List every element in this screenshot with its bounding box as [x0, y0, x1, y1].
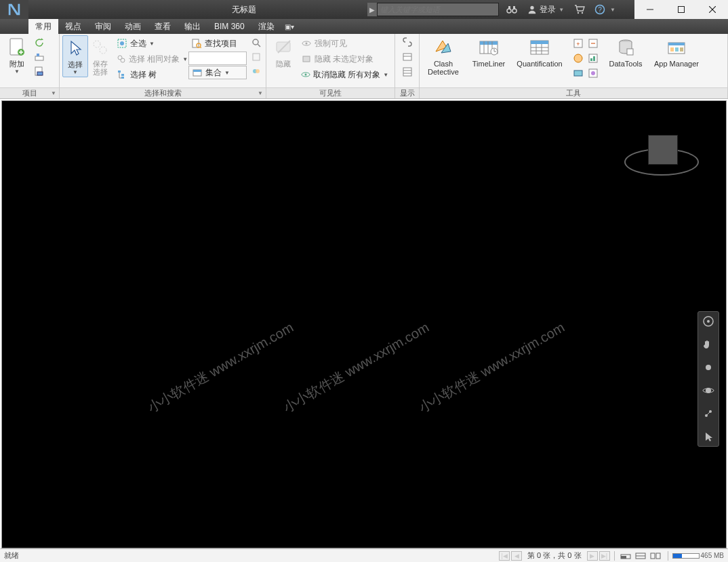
refresh-button[interactable] — [33, 36, 46, 49]
eye-icon — [301, 38, 312, 49]
svg-rect-66 — [531, 41, 548, 44]
status-icon-2[interactable] — [634, 551, 649, 561]
walk-icon[interactable] — [702, 430, 715, 443]
zoom-icon[interactable] — [702, 361, 715, 374]
svg-point-7 — [582, 12, 583, 14]
appmanager-button[interactable]: App Manager — [650, 35, 703, 69]
quick-find-button[interactable] — [249, 36, 263, 49]
help-dropdown-icon[interactable]: ▼ — [610, 7, 615, 13]
file-options-button[interactable] — [33, 64, 46, 78]
close-button[interactable] — [697, 0, 728, 19]
hide-button[interactable]: 隐藏 — [269, 35, 297, 69]
find-items-button[interactable]: 查找项目 — [188, 36, 247, 51]
sets-button[interactable]: 集合▼ — [188, 66, 247, 79]
tool-icon-1[interactable]: + — [571, 37, 585, 50]
svg-rect-32 — [121, 77, 124, 79]
pager-next-icon[interactable]: ▶ — [587, 551, 598, 561]
memory-bar — [672, 553, 700, 559]
status-bar: 就绪 |◀ ◀ 第 0 张，共 0 张 ▶ ▶| 465 MB — [0, 548, 728, 562]
orbit-icon[interactable] — [702, 384, 715, 397]
search-input[interactable] — [377, 3, 499, 16]
svg-rect-58 — [480, 41, 498, 45]
append-button[interactable]: 附加 ▼ — [3, 35, 31, 76]
app-logo[interactable] — [0, 0, 28, 19]
svg-marker-18 — [41, 38, 43, 40]
window-title: 无标题 — [232, 4, 256, 16]
viewport[interactable]: 小小软件迷 www.xxrjm.com 小小软件迷 www.xxrjm.com … — [1, 100, 727, 548]
reset-button[interactable] — [33, 50, 46, 64]
quick-props-button[interactable] — [401, 50, 414, 64]
svg-rect-78 — [593, 56, 595, 61]
quantification-button[interactable]: Quantification — [513, 35, 566, 69]
status-icon-3[interactable] — [649, 551, 664, 561]
steering-wheel-icon[interactable] — [702, 315, 715, 328]
pager-first-icon[interactable]: |◀ — [499, 551, 510, 561]
svg-rect-47 — [303, 56, 310, 62]
pager-prev-icon[interactable]: ◀ — [511, 551, 522, 561]
tool-icon-5[interactable] — [571, 66, 585, 80]
tool-icon-3[interactable] — [571, 52, 585, 65]
ribbon-tabs: 常用 视点 审阅 动画 查看 输出 BIM 360 渲染 ▣▾ — [0, 19, 728, 34]
svg-point-29 — [121, 58, 125, 62]
select-same-icon — [117, 54, 126, 64]
quick-properties-button[interactable] — [249, 50, 263, 64]
search-dropdown-icon[interactable]: ▶ — [367, 3, 377, 16]
svg-marker-0 — [9, 4, 20, 16]
svg-text:?: ? — [598, 6, 602, 14]
svg-rect-103 — [656, 553, 660, 559]
svg-rect-79 — [574, 71, 582, 76]
tool-icon-4[interactable] — [586, 52, 600, 65]
tab-overflow-icon[interactable]: ▣▾ — [281, 19, 298, 34]
cart-icon[interactable] — [572, 2, 587, 17]
select-label: 选择 — [68, 60, 83, 68]
clash-detective-button[interactable]: Clash Detective — [422, 35, 464, 77]
viewcube[interactable] — [624, 135, 699, 209]
tab-viewpoint[interactable]: 视点 — [58, 19, 88, 34]
quick-find-input[interactable] — [188, 52, 247, 65]
selection-tree-button[interactable]: 选择 树 — [114, 67, 186, 82]
look-icon[interactable] — [702, 407, 715, 420]
pager-last-icon[interactable]: ▶| — [599, 551, 610, 561]
select-button[interactable]: 选择 ▼ — [62, 35, 88, 77]
properties-button[interactable] — [401, 65, 414, 79]
timeliner-label: TimeLiner — [472, 60, 506, 68]
links-button[interactable] — [401, 35, 414, 49]
appmanager-label: App Manager — [654, 60, 699, 68]
tab-review[interactable]: 审阅 — [88, 19, 118, 34]
binoculars-icon[interactable] — [504, 2, 519, 17]
tool-icon-2[interactable] — [586, 37, 600, 50]
svg-rect-19 — [35, 56, 43, 60]
hide-icon — [272, 37, 294, 58]
ribbon: 附加 ▼ 项目▼ 选择 ▼ 保存 选择 — [0, 34, 728, 99]
require-button[interactable]: 强制可见 — [298, 36, 390, 51]
tab-render[interactable]: 渲染 — [251, 19, 281, 34]
save-selection-button[interactable]: 保存 选择 — [88, 35, 113, 77]
file-add-icon — [6, 37, 28, 58]
panel-title-visibility: 可见性 — [266, 87, 395, 98]
svg-rect-31 — [121, 74, 124, 76]
tab-output[interactable]: 输出 — [178, 19, 207, 34]
tab-view[interactable]: 查看 — [148, 19, 178, 34]
svg-rect-85 — [668, 43, 685, 45]
chevron-down-icon: ▼ — [14, 68, 20, 75]
help-icon[interactable]: ? — [592, 2, 607, 17]
hide-unselected-button[interactable]: 隐藏 未选定对象 — [298, 52, 390, 66]
clash-label: Clash Detective — [428, 60, 459, 76]
tab-animation[interactable]: 动画 — [118, 19, 148, 34]
tool-icon-6[interactable] — [586, 66, 600, 80]
timeliner-button[interactable]: TimeLiner — [468, 35, 509, 69]
maximize-button[interactable] — [666, 0, 697, 19]
tab-bim360[interactable]: BIM 360 — [207, 19, 251, 34]
save-selection-icon — [89, 37, 111, 58]
datatools-button[interactable]: DataTools — [605, 35, 646, 69]
tab-home[interactable]: 常用 — [28, 19, 58, 34]
select-same-button[interactable]: 选择 相同对象▼ — [114, 52, 186, 66]
selection-sets-button[interactable] — [249, 64, 263, 78]
unhide-all-button[interactable]: 取消隐藏 所有对象▼ — [298, 67, 390, 82]
select-all-button[interactable]: 全选▼ — [114, 36, 186, 51]
pan-icon[interactable] — [702, 338, 715, 351]
minimize-button[interactable] — [634, 0, 666, 19]
svg-rect-83 — [627, 49, 633, 55]
login-button[interactable]: 登录 ▼ — [527, 4, 564, 16]
status-icon-1[interactable] — [619, 551, 634, 561]
